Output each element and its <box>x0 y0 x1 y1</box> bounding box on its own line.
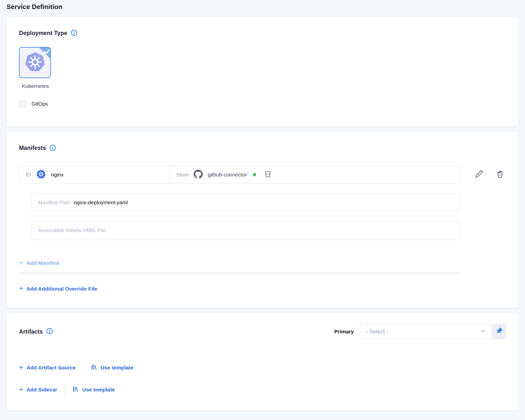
page-title: Service Definition <box>7 3 518 11</box>
add-manifest-button[interactable]: + Add Manifest <box>19 260 60 266</box>
code-store-icon: </> <box>264 170 272 179</box>
kubernetes-tile-label: Kubernetes <box>19 83 52 89</box>
template-library-icon <box>91 364 97 372</box>
manifest-store-connector: github-connector <box>208 172 247 178</box>
add-artifact-source-button[interactable]: + Add Artifact Source <box>19 365 76 371</box>
svg-text:</>: </> <box>266 173 270 175</box>
plus-icon: + <box>19 387 23 392</box>
gitops-checkbox[interactable] <box>19 100 27 108</box>
plus-icon: + <box>19 365 23 370</box>
chevron-down-icon <box>479 328 486 336</box>
manifest-id-label: ID <box>26 172 31 178</box>
primary-artifact-label: Primary <box>334 329 354 335</box>
kubernetes-manifest-type-icon <box>36 169 46 180</box>
manifests-divider <box>19 273 460 273</box>
selected-check-icon <box>36 47 51 63</box>
github-icon <box>194 170 203 180</box>
delete-manifest-button[interactable] <box>495 169 505 180</box>
add-override-file-button[interactable]: + Add Additional Override File <box>19 286 97 292</box>
deployment-type-card: Deployment Type <box>7 17 518 127</box>
info-icon[interactable] <box>46 328 53 334</box>
values-yaml-placeholder: Associated Values YAML File <box>38 227 106 233</box>
gitops-label: GitOps <box>32 101 48 107</box>
connector-status-dot <box>253 173 256 176</box>
edit-manifest-button[interactable] <box>474 169 484 180</box>
artifacts-heading: Artifacts <box>19 328 43 335</box>
use-template-artifact-button[interactable]: Use template <box>91 364 133 372</box>
pin-primary-artifact-button[interactable] <box>492 324 506 339</box>
values-yaml-input[interactable]: Associated Values YAML File <box>31 221 460 240</box>
pencil-icon <box>474 169 484 180</box>
deployment-type-heading: Deployment Type <box>19 30 67 37</box>
plus-icon: + <box>19 286 23 291</box>
template-library-icon <box>72 386 79 394</box>
manifest-path-label: Manifest Path <box>38 199 70 205</box>
deployment-type-kubernetes-tile[interactable] <box>19 47 51 78</box>
info-icon[interactable] <box>50 144 56 151</box>
trash-icon <box>495 169 505 180</box>
service-definition-page: Service Definition Deployment Type <box>0 0 525 410</box>
manifest-store-label: Store <box>176 172 189 178</box>
plus-icon: + <box>19 260 23 266</box>
gitops-checkbox-row[interactable]: GitOps <box>19 100 506 108</box>
manifest-row[interactable]: ID nginx <box>19 165 460 184</box>
manifests-heading: Manifests <box>19 145 46 151</box>
manifest-path-input[interactable]: Manifest Path nginx-deployment.yaml <box>31 193 460 212</box>
manifests-card: Manifests ID <box>7 132 518 308</box>
info-icon[interactable] <box>71 30 77 36</box>
primary-select-placeholder: - Select - <box>366 328 388 335</box>
add-sidecar-button[interactable]: + Add Sidecar <box>19 387 57 393</box>
pushpin-icon <box>495 327 503 336</box>
vertical-divider <box>65 383 65 396</box>
primary-artifact-select[interactable]: - Select - <box>360 324 491 339</box>
vertical-divider <box>83 361 83 374</box>
artifacts-card: Artifacts Primary - Select - <box>7 313 518 410</box>
use-template-sidecar-button[interactable]: Use template <box>72 386 115 394</box>
manifest-id-value: nginx <box>51 172 64 178</box>
manifest-path-value: nginx-deployment.yaml <box>74 199 128 205</box>
